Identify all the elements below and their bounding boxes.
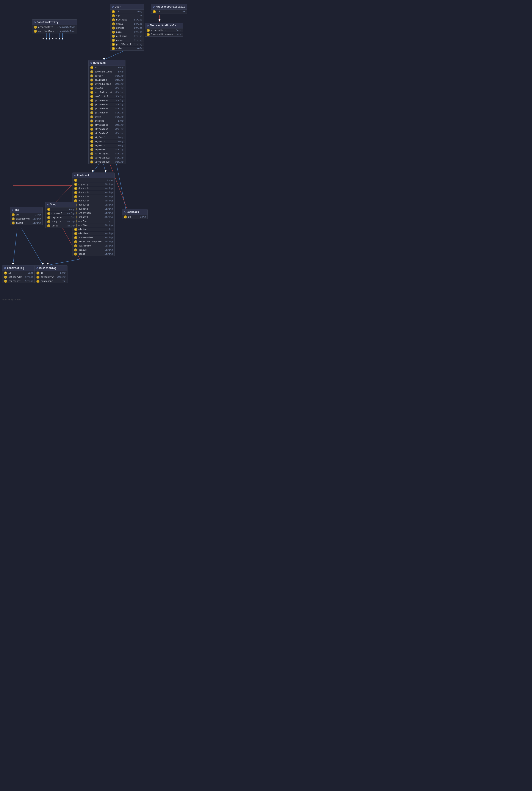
- table-row: 🔑 id Long: [72, 178, 114, 183]
- table-row: 🔒 maxTime String: [72, 223, 114, 227]
- table-row: 🔒 docuUrl4 String: [72, 199, 114, 203]
- table-row: 🔒 phoneNumber String: [72, 236, 114, 240]
- field-icon: 🔒: [112, 31, 115, 34]
- table-row: 🔒 represent int: [35, 279, 67, 283]
- field-icon: 🔒: [112, 47, 115, 50]
- field-icon: 🔒: [90, 152, 93, 155]
- table-row: 🔒 songUrl String: [45, 220, 76, 224]
- svg-marker-27: [12, 263, 14, 265]
- entity-name: ContractTag: [7, 267, 24, 270]
- entity-name: Tag: [15, 209, 19, 211]
- table-row: 🔒 maxFee int: [72, 219, 114, 223]
- svg-line-28: [22, 229, 43, 265]
- key-icon: 🔑: [36, 271, 39, 275]
- table-row: 🔑 id Long: [122, 215, 148, 219]
- entity-basetimeentity: ⚙ BaseTimeEntity 🔒 createdDate LocalDate…: [32, 19, 77, 34]
- field-icon: 🔒: [90, 124, 93, 127]
- field-type: PK: [183, 11, 185, 13]
- table-row: 🔒 qstnAnso04 String: [89, 111, 125, 115]
- field-name: workStage01: [95, 152, 112, 155]
- field-name: id: [157, 11, 179, 13]
- field-type: String: [33, 222, 41, 224]
- table-row: 🔒 workStage01 String: [89, 152, 125, 156]
- table-row: 🔒 styPrco1 Long: [89, 135, 125, 139]
- field-type: String: [115, 103, 124, 106]
- field-type: String: [115, 132, 124, 135]
- field-name: email: [116, 23, 131, 25]
- table-row: 🔒 represent int: [45, 215, 76, 220]
- svg-marker-29: [42, 263, 44, 265]
- field-type: Long: [28, 272, 33, 274]
- field-icon: 🔒: [12, 222, 15, 225]
- field-icon: 🔒: [12, 218, 15, 220]
- field-icon: 🔒: [90, 103, 93, 106]
- field-type: String: [115, 83, 124, 86]
- field-type: int: [71, 216, 75, 219]
- field-name: docuUrl1: [78, 187, 101, 190]
- field-name: workStage02: [95, 156, 112, 159]
- field-name: represent: [8, 280, 22, 282]
- field-type: Long: [140, 215, 146, 218]
- entity-name: User: [115, 5, 121, 8]
- field-type: String: [104, 212, 113, 214]
- field-name: cellPhone: [95, 79, 112, 81]
- field-icon: 🔒: [74, 240, 77, 243]
- field-type: String: [134, 27, 142, 29]
- field-type: String: [104, 200, 113, 202]
- key-icon: 🔑: [90, 66, 93, 69]
- field-type: String: [115, 161, 124, 163]
- field-name: playTimeChangable: [78, 241, 101, 243]
- field-type: String: [115, 152, 124, 155]
- field-type: String: [104, 232, 113, 235]
- entity-abstractpersistable-header: ⚙ AbstractPersistable: [151, 4, 187, 10]
- field-icon: 🔒: [4, 280, 7, 283]
- table-row: 🔒 phone String: [110, 38, 144, 42]
- table-row: 🔒 qstnAnso03 String: [89, 107, 125, 111]
- svg-marker-22: [105, 170, 107, 172]
- field-name: snsNm: [95, 116, 112, 118]
- table-row: 🔒 styPrcYN String: [89, 148, 125, 152]
- field-icon: 🔒: [90, 140, 93, 143]
- field-type: String: [104, 245, 113, 247]
- field-name: nickname: [116, 35, 131, 38]
- field-type: int: [109, 228, 113, 231]
- field-icon: 🔒: [90, 78, 93, 81]
- db-icon: ⚙: [47, 203, 49, 206]
- field-name: lastModifiedDate: [151, 33, 173, 36]
- field-name: styExplno2: [95, 128, 112, 130]
- db-icon: ⚙: [36, 266, 38, 270]
- table-row: 🔒 categoryNM String: [35, 275, 67, 279]
- entity-name: BaseTimeEntity: [37, 21, 58, 24]
- svg-marker-16: [62, 38, 63, 39]
- field-icon: 🔒: [90, 70, 93, 73]
- table-row: 🔒 usage String: [72, 252, 114, 256]
- table-row: 🔒 snsNm String: [89, 115, 125, 119]
- field-icon: 🔒: [74, 236, 77, 239]
- field-name: modifiedDate: [38, 30, 55, 33]
- table-row: 🔒 copyright String: [72, 183, 114, 187]
- entity-tag: ⚙ Tag 🔑 id long 🔒 categoryNM String 🔒 ta…: [10, 207, 43, 225]
- field-icon: 🔒: [147, 33, 150, 36]
- db-icon: ⚙: [34, 20, 36, 24]
- table-row: 🔒 portFolioLink String: [89, 90, 125, 94]
- svg-line-24: [48, 259, 82, 265]
- field-name: gender: [116, 27, 131, 29]
- field-name: categoryNM: [16, 218, 30, 220]
- field-type: String: [25, 280, 33, 282]
- field-name: id: [116, 11, 134, 13]
- field-name: tagNM: [16, 222, 30, 224]
- field-name: qstnAnso04: [95, 112, 112, 114]
- table-row: 🔒 workStage02 String: [89, 156, 125, 160]
- entity-name: Bookmark: [127, 211, 139, 214]
- field-type: String: [115, 112, 124, 114]
- field-type: String: [104, 224, 113, 227]
- field-icon: 🔒: [74, 252, 77, 256]
- field-name: portFolioLink: [95, 91, 112, 94]
- table-row: 🔒 workStage03 String: [89, 160, 125, 164]
- field-type: String: [115, 156, 124, 159]
- table-row: 🔒 startDate String: [72, 244, 114, 248]
- table-row: 🔒 styExplno3 String: [89, 131, 125, 135]
- field-name: qstnAnso02: [95, 103, 112, 106]
- field-type: String: [104, 253, 113, 255]
- field-name: styExplno1: [95, 124, 112, 126]
